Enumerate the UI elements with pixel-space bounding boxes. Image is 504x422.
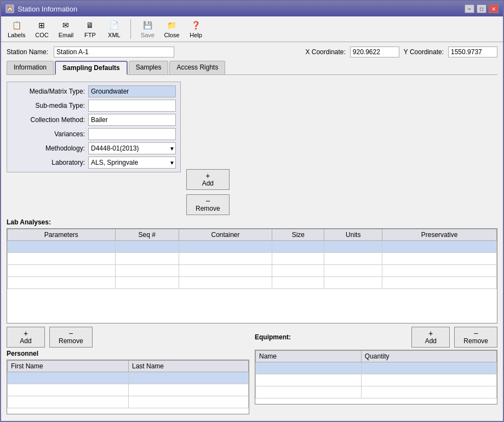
media-matrix-label: Media/Matrix Type:: [12, 88, 88, 95]
lab-analyses-section: Lab Analyses: Parameters Seq # Container…: [7, 218, 497, 323]
personnel-controls: + Add − Remove: [7, 327, 249, 348]
personnel-remove-button[interactable]: − Remove: [49, 327, 93, 348]
equipment-table-container: Name Quantity: [255, 350, 497, 404]
equipment-add-button[interactable]: + Add: [411, 327, 450, 348]
email-button[interactable]: ✉ Email: [56, 19, 76, 39]
tab-bar: Information Sampling Defaults Samples Ac…: [7, 61, 497, 75]
equipment-controls: Equipment: + Add − Remove: [255, 327, 497, 348]
cell-equip-name: [256, 374, 362, 386]
coc-icon: ⊞: [36, 20, 48, 31]
list-item[interactable]: [8, 372, 249, 384]
methodology-select[interactable]: D4448-01(2013): [88, 142, 176, 154]
minimize-button[interactable]: −: [465, 4, 474, 13]
cell-preservative: [382, 277, 497, 289]
cell-units: [324, 277, 382, 289]
personnel-add-label: Add: [20, 337, 31, 345]
lab-add-button[interactable]: + Add: [186, 169, 230, 190]
equipment-remove-button[interactable]: − Remove: [454, 327, 497, 348]
cell-lastname: [128, 396, 248, 408]
variances-input[interactable]: [88, 128, 176, 140]
table-row[interactable]: [8, 253, 497, 265]
labels-button[interactable]: 📋 Labels: [5, 19, 27, 39]
personnel-remove-icon: −: [59, 329, 83, 337]
list-item[interactable]: [256, 362, 497, 374]
equipment-thead: Name Quantity: [256, 351, 497, 362]
cell-lastname: [128, 384, 248, 396]
lab-btn-group: + Add − Remove: [186, 82, 230, 215]
laboratory-select[interactable]: ALS, Springvale: [88, 157, 176, 169]
x-coord-input[interactable]: [350, 47, 399, 57]
cell-lastname: [128, 372, 248, 384]
tab-access-rights[interactable]: Access Rights: [169, 61, 225, 74]
list-item[interactable]: [256, 374, 497, 386]
equipment-remove-label: Remove: [463, 337, 488, 345]
cell-units: [324, 265, 382, 277]
col-lastname: Last Name: [128, 361, 248, 372]
collection-method-input[interactable]: [88, 114, 176, 126]
close-window-button[interactable]: ✕: [489, 4, 499, 13]
cell-preservative: [382, 253, 497, 265]
col-firstname: First Name: [8, 361, 129, 372]
list-item[interactable]: [8, 384, 249, 396]
maximize-button[interactable]: □: [477, 4, 486, 13]
ftp-button[interactable]: 🖥 FTP: [80, 19, 100, 39]
cell-parameters: [8, 241, 116, 253]
save-button[interactable]: 💾 Save: [138, 19, 157, 39]
form-row-media: Media/Matrix Type:: [12, 85, 176, 97]
cell-size: [272, 253, 324, 265]
equipment-tbody: [256, 362, 497, 398]
cell-seq: [115, 253, 179, 265]
ftp-label: FTP: [84, 32, 96, 38]
close-button[interactable]: 📁 Close: [162, 19, 181, 39]
personnel-add-button[interactable]: + Add: [7, 327, 45, 348]
personnel-add-icon: +: [16, 329, 36, 337]
methodology-label: Methodology:: [12, 144, 88, 152]
list-item[interactable]: [256, 386, 497, 398]
cell-container: [179, 265, 272, 277]
main-content: Station Name: X Coordinate: Y Coordinate…: [1, 42, 503, 421]
table-row[interactable]: [8, 241, 497, 253]
coc-button[interactable]: ⊞ COC: [32, 19, 51, 39]
table-row[interactable]: [8, 265, 497, 277]
sub-media-input[interactable]: [88, 100, 176, 112]
cell-equip-quantity: [361, 374, 496, 386]
cell-firstname: [8, 396, 129, 408]
cell-equip-quantity: [361, 362, 496, 374]
window-title: Station Information: [18, 5, 77, 13]
list-item[interactable]: [8, 396, 249, 408]
help-label: Help: [190, 32, 202, 38]
cell-equip-name: [256, 362, 362, 374]
personnel-table-container: First Name Last Name: [7, 360, 249, 414]
col-name: Name: [256, 351, 362, 362]
equipment-add-label: Add: [425, 337, 437, 345]
media-matrix-input[interactable]: [88, 85, 176, 97]
form-row-variances: Variances:: [12, 128, 176, 140]
station-name-input[interactable]: [54, 47, 174, 57]
help-icon: ❓: [190, 20, 202, 31]
form-row-submedia: Sub-media Type:: [12, 100, 176, 112]
y-coord-input[interactable]: [448, 47, 497, 57]
lab-analyses-thead: Parameters Seq # Container Size Units Pr…: [8, 229, 497, 241]
xml-button[interactable]: 📄 XML: [104, 19, 124, 39]
bottom-section: + Add − Remove Personnel: [7, 327, 497, 417]
xml-label: XML: [108, 32, 121, 38]
save-icon: 💾: [141, 20, 153, 31]
tab-samples[interactable]: Samples: [129, 61, 169, 74]
tab-sampling-defaults[interactable]: Sampling Defaults: [55, 61, 128, 75]
col-preservative: Preservative: [382, 229, 497, 241]
sub-media-label: Sub-media Type:: [12, 102, 88, 109]
lab-remove-icon: −: [196, 197, 220, 205]
cell-size: [272, 277, 324, 289]
table-row[interactable]: [8, 277, 497, 289]
tab-information[interactable]: Information: [7, 61, 54, 74]
form-row-collection: Collection Method:: [12, 114, 176, 126]
help-button[interactable]: ❓ Help: [186, 19, 206, 39]
lab-analyses-table: Parameters Seq # Container Size Units Pr…: [7, 229, 497, 289]
toolbar: 📋 Labels ⊞ COC ✉ Email 🖥 FTP 📄 XML 💾 Sav…: [1, 16, 503, 42]
email-label: Email: [59, 32, 74, 38]
coordinates-group: X Coordinate: Y Coordinate:: [305, 47, 497, 57]
cell-equip-name: [256, 386, 362, 398]
lab-remove-button[interactable]: − Remove: [186, 194, 230, 215]
equipment-table: Name Quantity: [255, 350, 497, 398]
cell-container: [179, 253, 272, 265]
